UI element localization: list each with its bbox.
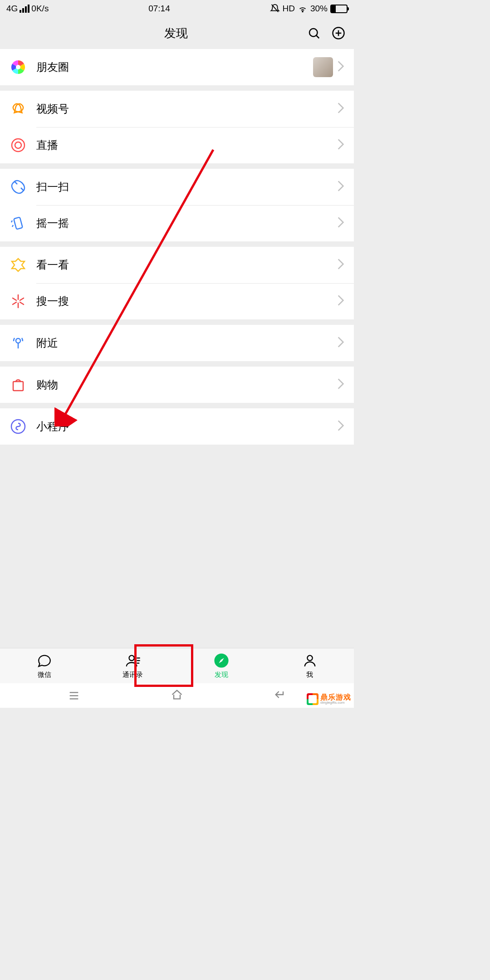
search-icon xyxy=(307,26,321,40)
row-label: 视频号 xyxy=(36,102,338,116)
row-nearby[interactable]: 附近 xyxy=(0,325,354,361)
row-label: 直播 xyxy=(36,138,338,152)
chevron-right-icon xyxy=(338,337,344,349)
live-icon xyxy=(10,137,26,153)
tab-contacts[interactable]: 通讯录 xyxy=(88,648,177,683)
network-type: 4G xyxy=(6,4,18,14)
search-button[interactable] xyxy=(307,26,321,40)
row-label: 摇一摇 xyxy=(36,216,338,230)
android-nav-bar xyxy=(0,683,354,708)
row-label: 小程序 xyxy=(36,419,338,434)
status-time: 07:14 xyxy=(148,4,170,14)
row-topstories[interactable]: 看一看 xyxy=(0,247,354,283)
svg-line-14 xyxy=(13,302,16,304)
row-label: 看一看 xyxy=(36,258,338,272)
row-label: 朋友圈 xyxy=(36,60,313,74)
chevron-right-icon xyxy=(338,217,344,230)
chevron-right-icon xyxy=(338,378,344,391)
nearby-icon xyxy=(10,335,26,351)
svg-point-8 xyxy=(16,65,20,69)
chevron-right-icon xyxy=(338,259,344,271)
battery-percent: 30% xyxy=(310,4,328,14)
add-button[interactable] xyxy=(331,26,346,40)
row-label: 附近 xyxy=(36,336,338,350)
watermark-url: dinglegifts.com xyxy=(320,701,351,705)
page-title: 发现 xyxy=(45,25,307,41)
status-right: HD 30% xyxy=(270,4,348,14)
wifi-icon xyxy=(298,4,308,14)
tab-label: 通讯录 xyxy=(122,671,143,679)
tab-me[interactable]: 我 xyxy=(265,648,354,683)
nav-back[interactable] xyxy=(272,688,288,703)
svg-point-18 xyxy=(16,338,20,343)
tab-label: 发现 xyxy=(215,671,228,679)
chevron-right-icon xyxy=(338,295,344,308)
tab-wechat[interactable]: 微信 xyxy=(0,648,88,683)
chevron-right-icon xyxy=(338,103,344,115)
svg-point-2 xyxy=(309,29,318,37)
svg-line-17 xyxy=(20,298,24,300)
chat-icon xyxy=(36,652,53,669)
channels-icon xyxy=(10,101,26,117)
scan-icon xyxy=(10,179,26,195)
watermark-title: 鼎乐游戏 xyxy=(320,694,351,701)
watermark-logo-icon xyxy=(307,693,318,705)
row-moments[interactable]: 朋友圈 xyxy=(0,49,354,85)
tab-label: 我 xyxy=(306,671,313,679)
moments-thumbnail xyxy=(313,57,333,77)
chevron-right-icon xyxy=(338,61,344,74)
tab-bar: 微信 通讯录 发现 我 xyxy=(0,648,354,683)
status-left: 4G 0K/s xyxy=(6,4,49,14)
row-label: 购物 xyxy=(36,377,338,392)
row-scan[interactable]: 扫一扫 xyxy=(0,169,354,205)
signal-icon xyxy=(20,5,29,13)
svg-line-13 xyxy=(13,298,16,300)
header: 发现 xyxy=(0,17,354,49)
row-shake[interactable]: 摇一摇 xyxy=(0,205,354,241)
row-search[interactable]: 搜一搜 xyxy=(0,283,354,319)
svg-point-22 xyxy=(129,656,134,661)
svg-line-16 xyxy=(20,302,24,304)
plus-circle-icon xyxy=(332,26,345,40)
chevron-right-icon xyxy=(338,139,344,152)
row-channels[interactable]: 视频号 xyxy=(0,91,354,127)
watermark: 鼎乐游戏 dinglegifts.com xyxy=(307,693,351,705)
miniprogram-icon xyxy=(10,418,26,435)
tab-discover[interactable]: 发现 xyxy=(177,648,265,683)
shake-icon xyxy=(10,215,26,231)
svg-rect-19 xyxy=(13,382,23,391)
hd-indicator: HD xyxy=(283,4,295,14)
svg-point-10 xyxy=(15,142,21,148)
contacts-icon xyxy=(125,652,141,669)
row-label: 搜一搜 xyxy=(36,294,338,309)
svg-point-1 xyxy=(302,11,303,12)
svg-point-27 xyxy=(307,656,312,661)
chevron-right-icon xyxy=(338,420,344,433)
row-live[interactable]: 直播 xyxy=(0,127,354,163)
svg-rect-11 xyxy=(14,217,23,230)
tab-label: 微信 xyxy=(38,671,51,679)
row-shopping[interactable]: 购物 xyxy=(0,367,354,403)
person-icon xyxy=(302,652,318,669)
topstories-icon xyxy=(10,257,26,273)
nav-recents[interactable] xyxy=(66,688,82,703)
moments-icon xyxy=(10,59,26,75)
status-bar: 4G 0K/s 07:14 HD 30% xyxy=(0,0,354,17)
row-miniprogram[interactable]: 小程序 xyxy=(0,408,354,445)
shopping-icon xyxy=(10,377,26,393)
compass-icon xyxy=(213,652,230,669)
search-discover-icon xyxy=(10,293,26,309)
mute-icon xyxy=(270,4,280,14)
svg-line-3 xyxy=(316,35,319,38)
chevron-right-icon xyxy=(338,181,344,193)
svg-point-9 xyxy=(12,139,24,152)
network-speed: 0K/s xyxy=(31,4,49,14)
row-label: 扫一扫 xyxy=(36,180,338,194)
nav-home[interactable] xyxy=(169,688,185,703)
battery-icon xyxy=(330,5,348,13)
